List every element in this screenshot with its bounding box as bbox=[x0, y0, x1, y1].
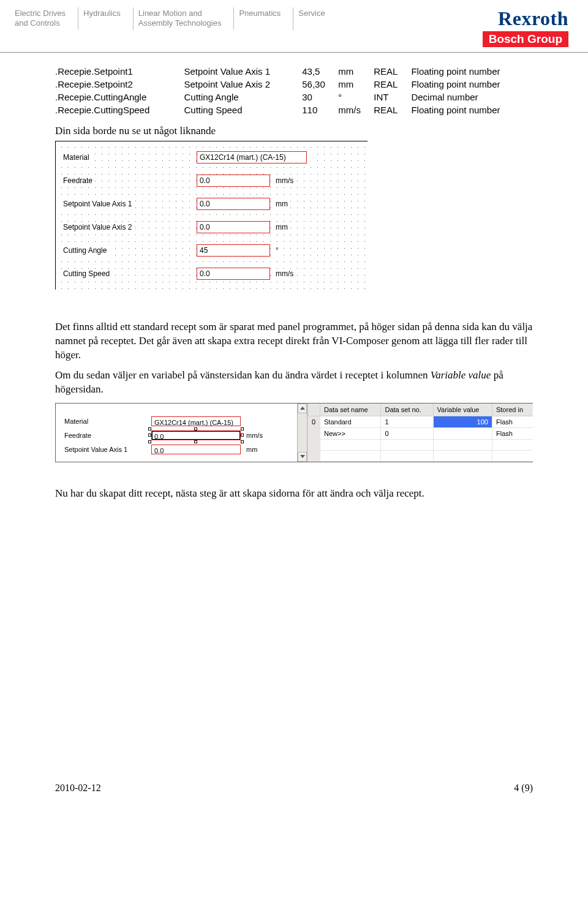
hdr-line: Service bbox=[298, 9, 325, 18]
form-row: MaterialGX12Cr14 (mart.) (CA-15) bbox=[56, 151, 368, 163]
form-row: Feedrate0.0mm/s bbox=[56, 175, 368, 187]
shot2-left-panel: MaterialGX12Cr14 (mart.) (CA-15)Feedrate… bbox=[56, 404, 298, 462]
cell-name[interactable]: Standard bbox=[320, 416, 381, 427]
form-row: Setpoint Value Axis 20.0mm bbox=[56, 221, 368, 233]
cell-stored[interactable]: Flash bbox=[492, 416, 533, 427]
vertical-scrollbar[interactable] bbox=[298, 404, 307, 462]
field-input[interactable]: 0.0 bbox=[197, 198, 270, 210]
table-row bbox=[308, 439, 533, 450]
table-row: .Recepie.CuttingSpeedCutting Speed110mm/… bbox=[55, 103, 533, 116]
paragraph-1: Det finns alltid ett standard recept som… bbox=[55, 320, 533, 362]
table-cell bbox=[433, 439, 492, 450]
field-input[interactable]: 0.0 bbox=[197, 268, 270, 280]
cell-no[interactable]: 0 bbox=[381, 427, 433, 439]
column-header[interactable]: Data set name bbox=[320, 404, 381, 416]
table-cell: Floating point number bbox=[411, 65, 533, 78]
cell-no[interactable]: 1 bbox=[381, 416, 433, 427]
field-label: Cutting Speed bbox=[61, 269, 112, 279]
table-cell bbox=[492, 450, 533, 461]
para2-italic: Variable value bbox=[431, 369, 491, 381]
table-cell: Floating point number bbox=[411, 78, 533, 91]
field-input[interactable]: 0.0 bbox=[197, 221, 270, 233]
field-unit bbox=[311, 153, 314, 162]
field-label: Setpoint Value Axis 2 bbox=[61, 222, 135, 232]
table-cell: REAL bbox=[374, 78, 411, 91]
scroll-up-button[interactable] bbox=[298, 404, 307, 413]
field-label: Material bbox=[61, 152, 92, 162]
table-cell: INT bbox=[374, 91, 411, 103]
field-label: Material bbox=[62, 417, 91, 426]
table-row: .Recepie.Setpoint1Setpoint Value Axis 14… bbox=[55, 65, 533, 78]
field-label: Setpoint Value Axis 1 bbox=[62, 445, 130, 454]
cell-variable-value[interactable]: 100 bbox=[433, 416, 492, 427]
form-row: Feedrate0.0mm/s bbox=[59, 430, 293, 440]
field-input[interactable]: GX12Cr14 (mart.) (CA-15) bbox=[151, 416, 241, 426]
hdr-line: Hydraulics bbox=[83, 9, 121, 18]
field-input[interactable]: GX12Cr14 (mart.) (CA-15) bbox=[197, 151, 307, 163]
column-header[interactable] bbox=[308, 404, 320, 416]
field-input[interactable]: 0.0 bbox=[151, 430, 241, 440]
column-header[interactable]: Data set no. bbox=[381, 404, 433, 416]
table-cell bbox=[492, 439, 533, 450]
dataset-table: Data set nameData set no.Variable valueS… bbox=[307, 404, 533, 462]
header-nav: Electric Drives and Controls Hydraulics … bbox=[15, 7, 337, 30]
row-marker: 0 bbox=[308, 416, 320, 427]
scroll-down-button[interactable] bbox=[298, 452, 307, 462]
cell-stored[interactable]: Flash bbox=[492, 427, 533, 439]
table-cell: mm bbox=[338, 78, 374, 91]
hdr-line: Linear Motion and bbox=[138, 9, 222, 18]
footer-page: 4 (9) bbox=[514, 783, 533, 794]
field-unit: mm/s bbox=[274, 176, 295, 185]
field-label: Setpoint Value Axis 1 bbox=[61, 199, 135, 209]
table-cell bbox=[381, 450, 433, 461]
table-cell: mm bbox=[338, 65, 374, 78]
field-unit: ° bbox=[274, 246, 281, 255]
page-header: Electric Drives and Controls Hydraulics … bbox=[0, 0, 588, 53]
column-header[interactable]: Variable value bbox=[433, 404, 492, 416]
cell-name[interactable]: New>> bbox=[320, 427, 381, 439]
field-unit: mm bbox=[274, 200, 290, 208]
parameter-table: .Recepie.Setpoint1Setpoint Value Axis 14… bbox=[55, 65, 533, 116]
paragraph-3: Nu har du skapat ditt recept, nästa steg… bbox=[55, 487, 533, 501]
table-cell bbox=[308, 439, 320, 450]
field-unit: mm bbox=[274, 223, 290, 231]
field-input[interactable]: 0.0 bbox=[197, 175, 270, 187]
column-header[interactable]: Stored in bbox=[492, 404, 533, 416]
table-cell bbox=[381, 439, 433, 450]
field-input[interactable]: 0.0 bbox=[151, 445, 241, 454]
paragraph-2: Om du sedan väljer en variabel på vänste… bbox=[55, 369, 533, 397]
header-item: Linear Motion and Assembly Technologies bbox=[133, 7, 234, 30]
form-row: Cutting Speed0.0mm/s bbox=[56, 268, 368, 280]
table-row[interactable]: New>>0Flash bbox=[308, 427, 533, 439]
table-cell: mm/s bbox=[338, 103, 374, 116]
field-label: Feedrate bbox=[61, 176, 95, 186]
chevron-down-icon bbox=[300, 455, 305, 458]
table-cell bbox=[320, 450, 381, 461]
table-row[interactable]: 0Standard1100Flash bbox=[308, 416, 533, 427]
para2-a: Om du sedan väljer en variabel på vänste… bbox=[55, 369, 431, 381]
table-cell: Cutting Angle bbox=[184, 91, 302, 103]
table-cell: Decimal number bbox=[411, 91, 533, 103]
table-cell: .Recepie.CuttingSpeed bbox=[55, 103, 184, 116]
table-cell: 43,5 bbox=[302, 65, 338, 78]
field-input[interactable]: 45 bbox=[197, 244, 270, 257]
header-item: Hydraulics bbox=[78, 7, 133, 30]
form-row: MaterialGX12Cr14 (mart.) (CA-15) bbox=[59, 416, 293, 426]
field-unit: mm/s bbox=[244, 432, 265, 439]
form-row: Cutting Angle45° bbox=[56, 244, 368, 257]
field-unit: mm bbox=[244, 446, 259, 453]
table-cell: 30 bbox=[302, 91, 338, 103]
logo-sub-text: Bosch Group bbox=[483, 31, 568, 47]
cell-variable-value[interactable] bbox=[433, 427, 492, 439]
table-cell: Cutting Speed bbox=[184, 103, 302, 116]
hdr-line: and Controls bbox=[15, 18, 66, 28]
table-cell: Floating point number bbox=[411, 103, 533, 116]
logo-main-text: Rexroth bbox=[483, 7, 568, 30]
table-cell: REAL bbox=[374, 65, 411, 78]
header-item: Electric Drives and Controls bbox=[15, 7, 78, 30]
form-row: Setpoint Value Axis 10.0mm bbox=[56, 198, 368, 210]
table-row: .Recepie.Setpoint2Setpoint Value Axis 25… bbox=[55, 78, 533, 91]
table-cell bbox=[320, 439, 381, 450]
table-cell: .Recepie.Setpoint1 bbox=[55, 65, 184, 78]
field-unit bbox=[244, 418, 248, 425]
